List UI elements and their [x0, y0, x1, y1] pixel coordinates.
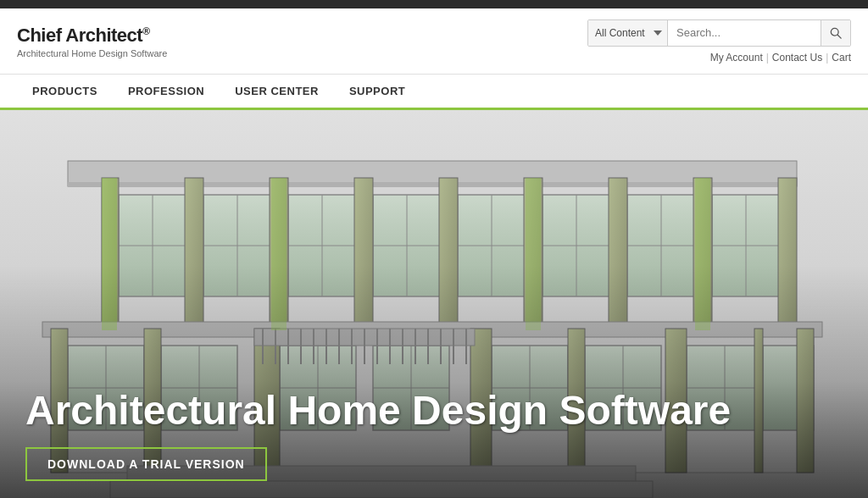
header-right: All ContentProductsSupportUser Center My…: [587, 19, 851, 64]
utility-links: My Account | Contact Us | Cart: [710, 52, 851, 64]
download-trial-button[interactable]: DOWNLOAD A TRIAL VERSION: [25, 447, 267, 481]
search-icon: [830, 27, 842, 39]
search-button[interactable]: [821, 20, 850, 46]
logo-area: Chief Architect® Architectural Home Desi…: [17, 25, 167, 58]
search-input[interactable]: [668, 20, 821, 46]
hero-section: Architectural Home Design Software DOWNL…: [0, 110, 868, 498]
contact-us-link[interactable]: Contact Us: [772, 52, 822, 64]
logo-title: Chief Architect®: [17, 25, 167, 47]
logo-name: Chief Architect: [17, 25, 142, 46]
registered-mark: ®: [142, 25, 149, 36]
sep-2: |: [826, 52, 828, 64]
svg-rect-5: [68, 182, 797, 187]
search-bar: All ContentProductsSupportUser Center: [587, 19, 851, 47]
nav-item-support[interactable]: SUPPORT: [334, 75, 420, 108]
nav-item-products[interactable]: PRODUCTS: [17, 75, 113, 108]
top-bar: [0, 0, 868, 8]
main-nav: PRODUCTS PROFESSION USER CENTER SUPPORT: [0, 75, 868, 110]
sep-1: |: [766, 52, 769, 64]
hero-title: Architectural Home Design Software: [25, 389, 843, 434]
search-category-dropdown[interactable]: All ContentProductsSupportUser Center: [588, 20, 668, 46]
nav-item-user-center[interactable]: USER CENTER: [220, 75, 334, 108]
my-account-link[interactable]: My Account: [710, 52, 763, 64]
header: Chief Architect® Architectural Home Desi…: [0, 8, 868, 75]
cart-link[interactable]: Cart: [832, 52, 851, 64]
logo-subtitle: Architectural Home Design Software: [17, 48, 167, 58]
svg-line-1: [837, 35, 841, 38]
nav-item-profession[interactable]: PROFESSION: [113, 75, 220, 108]
hero-content: Architectural Home Design Software DOWNL…: [25, 389, 843, 481]
